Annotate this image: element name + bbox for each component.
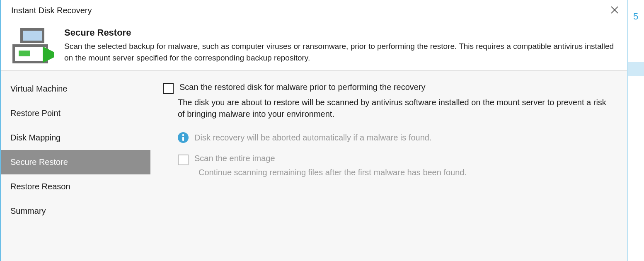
dialog-title: Instant Disk Recovery <box>11 6 92 15</box>
scan-entire-image-label: Scan the entire image <box>194 154 275 163</box>
svg-marker-6 <box>43 46 54 63</box>
sidebar-item-summary[interactable]: Summary <box>1 199 150 223</box>
sidebar-item-virtual-machine[interactable]: Virtual Machine <box>1 77 150 101</box>
info-note-text: Disk recovery will be aborted automatica… <box>194 133 431 143</box>
sidebar-item-label: Disk Mapping <box>10 133 61 142</box>
dialog-header: Secure Restore Scan the selected backup … <box>1 19 627 71</box>
instant-disk-recovery-dialog: Instant Disk Recovery <box>0 0 627 261</box>
close-button[interactable] <box>605 3 624 17</box>
scan-malware-label: Scan the restored disk for malware prior… <box>179 82 426 92</box>
sidebar-item-label: Secure Restore <box>10 157 68 167</box>
info-icon <box>178 132 189 143</box>
wizard-sidebar: Virtual Machine Restore Point Disk Mappi… <box>1 71 150 261</box>
parent-highlight <box>628 62 644 76</box>
wizard-content: Scan the restored disk for malware prior… <box>150 71 627 261</box>
sidebar-item-label: Restore Reason <box>10 182 70 191</box>
close-icon <box>611 5 618 16</box>
scan-malware-checkbox[interactable] <box>163 83 174 94</box>
dialog-titlebar: Instant Disk Recovery <box>1 0 627 19</box>
info-note-row: Disk recovery will be aborted automatica… <box>178 132 615 143</box>
sidebar-item-secure-restore[interactable]: Secure Restore <box>1 150 150 174</box>
svg-rect-9 <box>182 137 184 141</box>
dialog-body: Virtual Machine Restore Point Disk Mappi… <box>1 71 627 261</box>
secure-restore-icon <box>11 27 54 64</box>
parent-text-fragment: 5 <box>633 11 638 22</box>
parent-window-edge: 5 <box>627 0 644 261</box>
scan-entire-image-description: Continue scanning remaining files after … <box>199 168 615 177</box>
sidebar-item-label: Virtual Machine <box>10 84 67 93</box>
scan-entire-image-checkbox <box>178 155 189 165</box>
header-title: Secure Restore <box>64 27 617 38</box>
scan-malware-option[interactable]: Scan the restored disk for malware prior… <box>163 82 615 94</box>
scan-malware-description: The disk you are about to restore will b… <box>178 97 615 120</box>
sidebar-item-restore-reason[interactable]: Restore Reason <box>1 174 150 199</box>
svg-point-8 <box>182 134 184 136</box>
header-description: Scan the selected backup for malware, su… <box>64 41 617 63</box>
scan-entire-image-option: Scan the entire image <box>178 154 615 165</box>
sidebar-item-disk-mapping[interactable]: Disk Mapping <box>1 126 150 150</box>
svg-rect-3 <box>23 31 42 41</box>
sidebar-item-restore-point[interactable]: Restore Point <box>1 101 150 126</box>
svg-rect-5 <box>19 51 30 56</box>
sidebar-item-label: Restore Point <box>10 109 61 118</box>
sidebar-item-label: Summary <box>10 206 46 215</box>
